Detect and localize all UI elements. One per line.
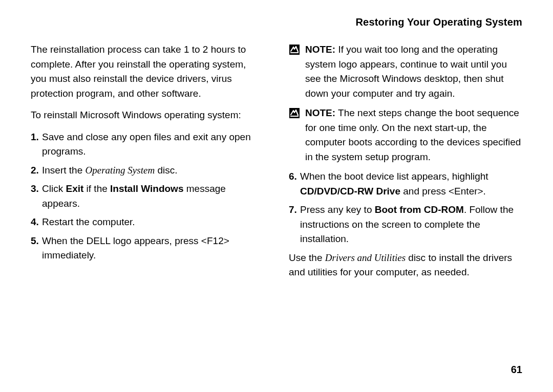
page-header: Restoring Your Operating System [31, 16, 522, 28]
steps-list-left: 1. Save and close any open files and exi… [31, 130, 264, 263]
bold-text: Install Windows [110, 183, 183, 194]
text-run: if the [83, 183, 110, 194]
step-number: 3. [31, 182, 42, 211]
step-number: 6. [289, 169, 300, 199]
step-number: 1. [31, 130, 42, 159]
step-text: Insert the Operating System disc. [42, 163, 264, 178]
closing-paragraph: Use the Drivers and Utilities disc to in… [289, 251, 522, 280]
step-text: Click Exit if the Install Windows messag… [42, 182, 264, 211]
step-number: 4. [31, 215, 42, 230]
step-6: 6. When the boot device list appears, hi… [289, 169, 522, 199]
step-text: Restart the computer. [42, 215, 264, 230]
note-label: NOTE: [305, 107, 335, 118]
step-text: Press any key to Boot from CD-ROM. Follo… [300, 203, 522, 247]
text-run: The next steps change the boot sequence … [305, 107, 521, 162]
note-block: NOTE: The next steps change the boot seq… [289, 106, 522, 164]
step-5: 5. When the DELL logo appears, press <F1… [31, 234, 264, 263]
note-block: NOTE: If you wait too long and the opera… [289, 42, 522, 101]
left-column: The reinstallation process can take 1 to… [31, 42, 264, 287]
step-number: 7. [289, 203, 300, 247]
text-run: When the boot device list appears, highl… [300, 171, 488, 182]
bold-text: CD/DVD/CD-RW Drive [300, 186, 400, 197]
text-run: If you wait too long and the operating s… [305, 44, 507, 99]
note-text: NOTE: If you wait too long and the opera… [305, 42, 522, 101]
note-icon [289, 107, 300, 119]
bold-text: Boot from CD-ROM [375, 204, 464, 215]
page-number: 61 [511, 364, 522, 376]
step-4: 4. Restart the computer. [31, 215, 264, 230]
step-2: 2. Insert the Operating System disc. [31, 163, 264, 178]
steps-list-right: 6. When the boot device list appears, hi… [289, 169, 522, 247]
step-text: When the boot device list appears, highl… [300, 169, 522, 199]
italic-text: Operating System [86, 165, 155, 176]
bold-text: Exit [66, 183, 83, 194]
document-page: Restoring Your Operating System The rein… [0, 0, 553, 392]
text-run: Press any key to [300, 204, 375, 215]
lead-in-paragraph: To reinstall Microsoft Windows operating… [31, 108, 264, 123]
text-run: and press <Enter>. [400, 186, 486, 197]
step-number: 2. [31, 163, 42, 178]
step-1: 1. Save and close any open files and exi… [31, 130, 264, 159]
text-run: disc. [155, 165, 177, 176]
note-text: NOTE: The next steps change the boot seq… [305, 106, 522, 164]
step-text: Save and close any open files and exit a… [42, 130, 264, 159]
step-7: 7. Press any key to Boot from CD-ROM. Fo… [289, 203, 522, 247]
note-icon [289, 44, 300, 55]
text-run: Insert the [42, 165, 86, 176]
content-columns: The reinstallation process can take 1 to… [31, 42, 522, 287]
italic-text: Drivers and Utilities [325, 252, 406, 263]
note-label: NOTE: [305, 44, 335, 55]
step-text: When the DELL logo appears, press <F12> … [42, 234, 264, 263]
intro-paragraph: The reinstallation process can take 1 to… [31, 42, 264, 101]
text-run: Click [42, 183, 66, 194]
step-3: 3. Click Exit if the Install Windows mes… [31, 182, 264, 211]
right-column: NOTE: If you wait too long and the opera… [289, 42, 522, 287]
text-run: Use the [289, 252, 325, 263]
step-number: 5. [31, 234, 42, 263]
